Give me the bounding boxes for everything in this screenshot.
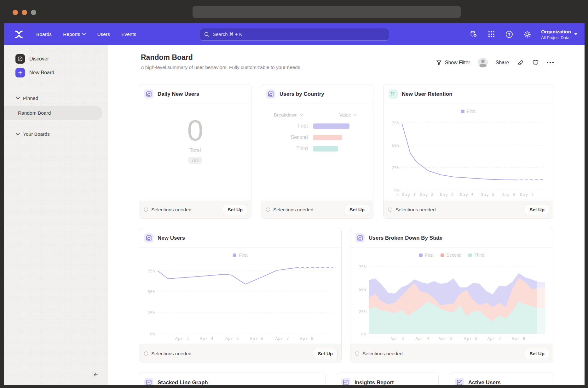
- insights-chart-icon: [144, 89, 153, 99]
- sidebar-collapse-button[interactable]: [90, 370, 100, 379]
- collapse-sidebar-icon: [91, 371, 99, 379]
- insights-chart-icon: [266, 89, 275, 99]
- legend-item: Third: [468, 253, 484, 258]
- nav-item-events[interactable]: Events: [117, 28, 141, 40]
- value-bar: [313, 123, 349, 129]
- card-insights-report: Insights Report: [336, 373, 439, 385]
- compass-icon: [15, 54, 25, 64]
- org-name: Organization: [541, 28, 571, 35]
- browser-address-bar[interactable]: [193, 6, 461, 18]
- traffic-light-zoom[interactable]: [31, 10, 36, 15]
- card-new-user-retention: New User Retention First75%50%25%0%< Day…: [383, 84, 553, 219]
- share-button[interactable]: Share: [496, 60, 509, 66]
- card-title: Users Broken Down By State: [369, 235, 442, 241]
- sidebar-item-new-board[interactable]: New Board: [15, 66, 108, 80]
- setup-button[interactable]: Set Up: [223, 204, 247, 215]
- apps-grid-icon[interactable]: [487, 30, 495, 38]
- nav-item-users[interactable]: Users: [93, 28, 114, 40]
- heart-icon: [532, 59, 539, 66]
- retention-chart: First75%50%25%0%< Day 1Day 2Day 3Day 4Da…: [383, 104, 553, 201]
- card-active-users: Active Users: [450, 373, 553, 385]
- card-title: New User Retention: [402, 91, 453, 97]
- page-title: Random Board: [141, 53, 193, 62]
- nav-item-reports[interactable]: Reports: [59, 28, 90, 40]
- value-bar: [313, 146, 338, 151]
- top-navbar: Boards Reports Users Events Search ⌘ + K: [4, 23, 585, 45]
- value-dropdown[interactable]: Value: [339, 112, 357, 117]
- chevron-down-icon: [574, 33, 578, 35]
- card-new-users: New Users First75%50%25%0%Apr 3Apr 4Apr …: [139, 228, 342, 362]
- setup-button[interactable]: Set Up: [345, 204, 369, 215]
- status-circle-icon: [388, 208, 392, 212]
- card-title: Users by Country: [280, 91, 324, 97]
- breakdown-dropdown[interactable]: Breakdown: [274, 112, 303, 117]
- card-title: Active Users: [468, 379, 501, 385]
- data-management-icon[interactable]: [469, 30, 477, 38]
- search-placeholder: Search ⌘ + K: [213, 31, 242, 37]
- setup-button[interactable]: Set Up: [525, 204, 549, 215]
- value-bar: [313, 135, 342, 140]
- metric-delta-badge: ↑0%: [188, 157, 202, 164]
- status-circle-icon: [144, 351, 148, 356]
- avatar[interactable]: [478, 58, 488, 67]
- new-users-chart: First75%50%25%0%Apr 3Apr 4Apr 5Apr 6Apr …: [139, 248, 341, 345]
- setup-button[interactable]: Set Up: [525, 348, 549, 359]
- plus-icon: [15, 68, 25, 77]
- search-icon: [204, 32, 210, 37]
- state-area-chart: FirstSecondThird75%50%25%0%Apr 3Apr 4Apr…: [350, 248, 553, 345]
- breakdown-row: First: [261, 123, 373, 129]
- traffic-light-minimize[interactable]: [22, 10, 27, 15]
- app-window: Boards Reports Users Events Search ⌘ + K: [0, 0, 588, 388]
- insights-chart-icon: [455, 378, 464, 385]
- svg-text:?: ?: [508, 32, 510, 37]
- status-circle-icon: [266, 208, 270, 212]
- sidebar-section-your-boards[interactable]: Your Boards: [16, 129, 108, 140]
- card-daily-new-users: Daily New Users 0 Total ↑0% Selections n…: [139, 84, 251, 219]
- org-project: All Project Data: [541, 35, 571, 40]
- card-users-by-state: Users Broken Down By State FirstSecondTh…: [350, 228, 553, 362]
- setup-button[interactable]: Set Up: [313, 348, 337, 359]
- card-users-by-country: Users by Country Breakdown Value FirstSe…: [261, 84, 373, 219]
- metric-value: 0: [139, 116, 251, 145]
- more-icon: [547, 62, 554, 63]
- mixpanel-logo-icon[interactable]: [14, 30, 24, 39]
- card-title: Daily New Users: [158, 91, 199, 97]
- help-icon[interactable]: ?: [505, 30, 513, 38]
- sidebar-item-discover[interactable]: Discover: [15, 52, 108, 66]
- settings-gear-icon[interactable]: [523, 30, 531, 38]
- chevron-down-icon: [82, 33, 86, 35]
- insights-chart-icon: [144, 233, 153, 243]
- retention-grid-icon: [389, 89, 398, 99]
- legend-item: First: [233, 253, 247, 258]
- legend-item: First: [419, 253, 434, 258]
- window-titlebar: [0, 0, 588, 23]
- chevron-down-icon: [300, 114, 303, 116]
- org-switcher[interactable]: Organization All Project Data: [541, 28, 578, 40]
- sidebar: Discover New Board Pinned Random Board Y…: [4, 45, 108, 385]
- card-title: Insights Report: [355, 379, 394, 385]
- traffic-light-close[interactable]: [13, 10, 18, 15]
- link-icon: [517, 59, 524, 66]
- more-options-button[interactable]: [547, 62, 554, 63]
- chevron-down-icon: [16, 133, 20, 135]
- card-stacked-line-graph: Stacked Line Graph: [139, 373, 326, 385]
- nav-item-boards[interactable]: Boards: [32, 28, 56, 40]
- card-title: Stacked Line Graph: [158, 379, 208, 385]
- sidebar-item-random-board[interactable]: Random Board: [4, 106, 102, 120]
- page-subtitle: A high-level summary of user behaviors. …: [141, 65, 302, 70]
- search-input[interactable]: Search ⌘ + K: [200, 28, 389, 41]
- insights-chart-icon: [341, 378, 350, 385]
- status-circle-icon: [355, 351, 359, 356]
- show-filter-button[interactable]: Show Filter: [436, 60, 470, 66]
- card-title: New Users: [158, 235, 185, 241]
- chevron-down-icon: [354, 114, 357, 116]
- insights-chart-icon: [355, 233, 365, 243]
- favorite-button[interactable]: [532, 59, 539, 66]
- insights-chart-icon: [144, 378, 153, 385]
- legend-item: Second: [441, 253, 461, 258]
- copy-link-button[interactable]: [517, 59, 524, 66]
- sidebar-section-pinned[interactable]: Pinned: [16, 93, 108, 104]
- breakdown-row: Second: [261, 134, 373, 140]
- board-content: Random Board A high-level summary of use…: [108, 45, 585, 385]
- metric-label: Total: [139, 147, 251, 154]
